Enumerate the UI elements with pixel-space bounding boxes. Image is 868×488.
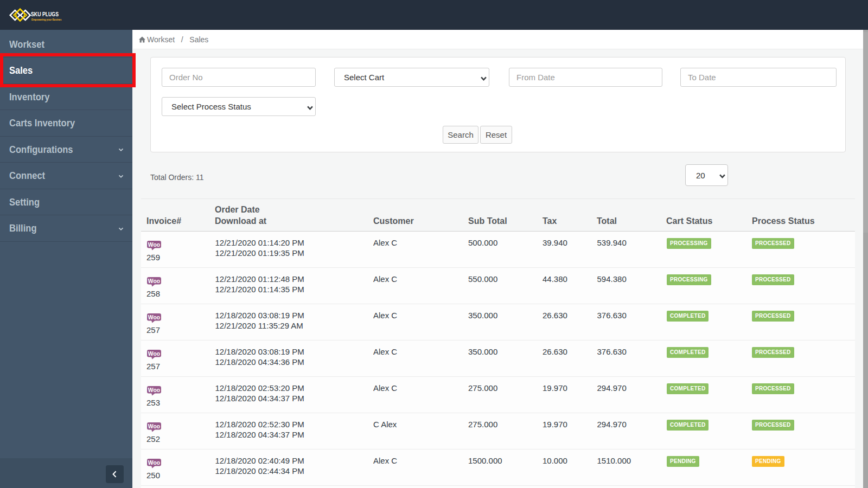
- svg-text:Woo: Woo: [148, 423, 160, 429]
- svg-text:Woo: Woo: [148, 459, 160, 465]
- svg-text:Woo: Woo: [148, 278, 160, 284]
- svg-text:Woo: Woo: [148, 387, 160, 393]
- svg-text:Woo: Woo: [148, 350, 160, 356]
- svg-text:Woo: Woo: [148, 314, 160, 320]
- svg-text:Woo: Woo: [148, 241, 160, 247]
